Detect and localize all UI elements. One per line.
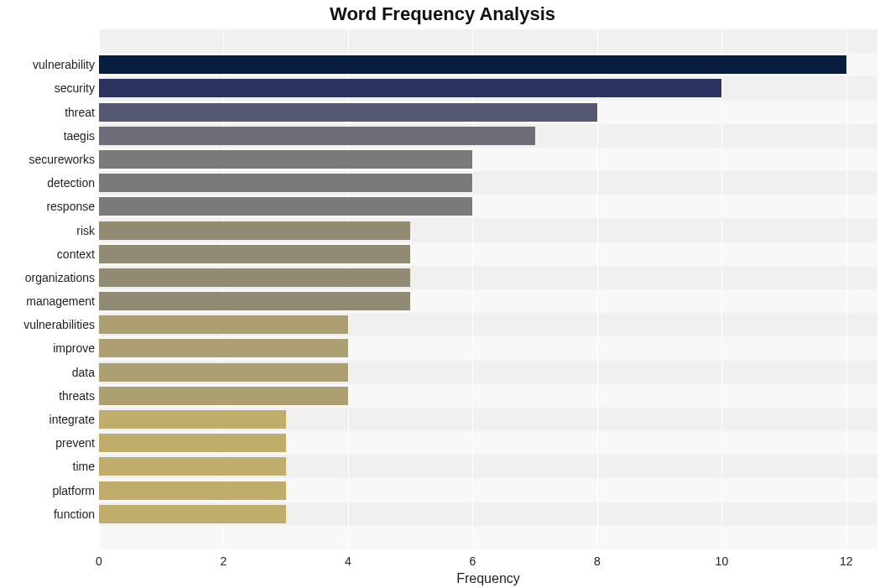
y-tick-label: function — [3, 507, 95, 521]
grid-band — [99, 526, 877, 549]
bar — [99, 315, 348, 334]
bar — [99, 505, 286, 523]
grid-band — [99, 29, 877, 53]
bar — [99, 387, 348, 405]
bar — [99, 292, 410, 310]
x-tick-label: 4 — [345, 554, 351, 568]
bar — [99, 150, 472, 169]
bar — [99, 127, 535, 145]
x-axis-label: Frequency — [99, 571, 877, 586]
bar — [99, 55, 846, 74]
y-tick-label: organizations — [3, 271, 95, 284]
x-tick-label: 6 — [470, 554, 476, 568]
y-tick-label: integrate — [3, 413, 95, 426]
bar — [99, 481, 286, 500]
bar — [99, 457, 286, 476]
bar — [99, 410, 286, 429]
word-frequency-chart: Word Frequency Analysis 024681012 Freque… — [0, 0, 885, 588]
y-tick-label: threats — [3, 389, 95, 403]
grid-line — [597, 29, 598, 549]
y-tick-label: taegis — [3, 129, 95, 143]
bar — [99, 221, 410, 240]
y-tick-label: vulnerability — [3, 58, 95, 71]
bar — [99, 197, 472, 216]
bar — [99, 103, 597, 122]
x-tick-label: 10 — [716, 554, 729, 568]
x-tick-label: 12 — [840, 554, 853, 568]
x-tick-label: 2 — [221, 554, 227, 568]
bar — [99, 245, 410, 263]
bar — [99, 363, 348, 382]
chart-title: Word Frequency Analysis — [0, 3, 885, 25]
y-tick-label: prevent — [3, 436, 95, 450]
y-tick-label: threat — [3, 106, 95, 119]
bar — [99, 268, 410, 287]
y-tick-label: time — [3, 460, 95, 473]
grid-line — [846, 29, 847, 549]
y-tick-label: detection — [3, 176, 95, 190]
bar — [99, 434, 286, 452]
y-tick-label: secureworks — [3, 153, 95, 166]
y-tick-label: improve — [3, 341, 95, 355]
bar — [99, 339, 348, 357]
y-tick-label: security — [3, 81, 95, 95]
bar — [99, 174, 472, 192]
y-tick-label: platform — [3, 484, 95, 497]
y-tick-label: risk — [3, 224, 95, 237]
grid-line — [721, 29, 722, 549]
y-tick-label: vulnerabilities — [3, 318, 95, 331]
bar — [99, 79, 721, 97]
y-tick-label: context — [3, 247, 95, 261]
y-tick-label: data — [3, 366, 95, 379]
x-tick-label: 8 — [594, 554, 601, 568]
y-tick-label: management — [3, 294, 95, 308]
plot-area: 024681012 Frequency — [99, 29, 877, 549]
x-tick-label: 0 — [96, 554, 102, 568]
y-tick-label: response — [3, 200, 95, 213]
